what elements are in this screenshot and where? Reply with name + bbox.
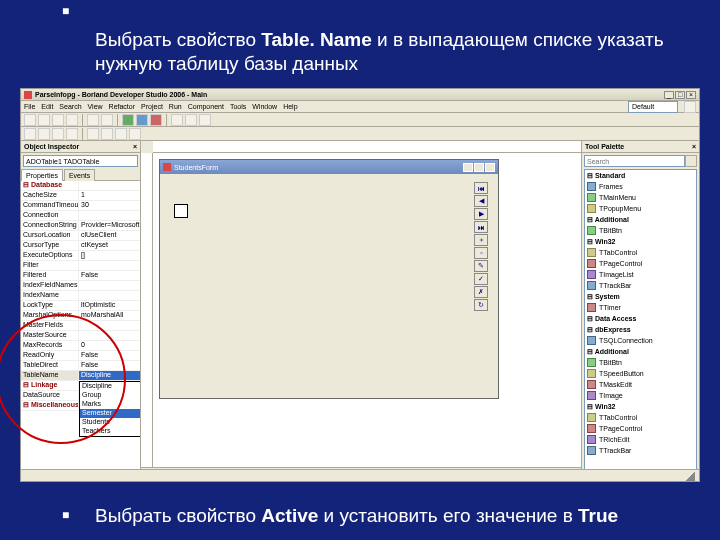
palette-item[interactable]: TPopupMenu — [585, 203, 696, 214]
new-icon[interactable] — [24, 114, 36, 126]
property-row[interactable]: LockTypeltOptimistic — [21, 301, 140, 311]
palette-category[interactable]: ⊟ Standard — [585, 170, 696, 181]
palette-item[interactable]: TRichEdit — [585, 434, 696, 445]
property-row[interactable]: CacheSize1 — [21, 191, 140, 201]
palette-item[interactable]: TBitBtn — [585, 225, 696, 236]
palette-category[interactable]: ⊟ Additional — [585, 346, 696, 357]
menu-help[interactable]: Help — [283, 103, 297, 110]
menu-window[interactable]: Window — [252, 103, 277, 110]
property-row[interactable]: TableDirectFalse — [21, 361, 140, 371]
saveall-icon[interactable] — [66, 114, 78, 126]
menu-edit[interactable]: Edit — [41, 103, 53, 110]
menu-file[interactable]: File — [24, 103, 35, 110]
tool-icon[interactable] — [684, 101, 696, 113]
palette-item[interactable]: TImageList — [585, 269, 696, 280]
property-row[interactable]: IndexFieldNames — [21, 281, 140, 291]
palette-item[interactable]: TBitBtn — [585, 357, 696, 368]
palette-category[interactable]: ⊟ System — [585, 291, 696, 302]
palette-category[interactable]: ⊟ Win32 — [585, 401, 696, 412]
step-icon[interactable] — [185, 114, 197, 126]
palette-item[interactable]: Frames — [585, 181, 696, 192]
palette-item[interactable]: TTimer — [585, 302, 696, 313]
titlebar[interactable]: ParseInfopg - Borland Developer Studio 2… — [21, 89, 699, 101]
form-window[interactable]: StudentsForm ⏮◀▶⏭＋－✎✓✗↻ — [159, 159, 499, 399]
align-icon[interactable] — [24, 128, 36, 140]
open-icon[interactable] — [38, 114, 50, 126]
nav-button[interactable]: ↻ — [474, 299, 488, 311]
min-button[interactable]: _ — [664, 91, 674, 99]
align-icon[interactable] — [129, 128, 141, 140]
property-row[interactable]: CursorLocationclUseClient — [21, 231, 140, 241]
property-row[interactable]: IndexName — [21, 291, 140, 301]
dropdown-item[interactable]: Discipline — [80, 382, 140, 391]
nav-button[interactable]: ◀ — [474, 195, 488, 207]
property-row[interactable]: CommandTimeout30 — [21, 201, 140, 211]
nav-button[interactable]: － — [474, 247, 488, 259]
dropdown-item[interactable]: Teachers — [80, 427, 140, 436]
menu-run[interactable]: Run — [169, 103, 182, 110]
menubar[interactable]: File Edit Search View Refactor Project R… — [21, 101, 699, 113]
nav-button[interactable]: ＋ — [474, 234, 488, 246]
tab-properties[interactable]: Properties — [21, 169, 63, 181]
palette-tree[interactable]: ⊟ StandardFramesTMainMenuTPopupMenu⊟ Add… — [584, 169, 697, 479]
dbnavigator[interactable]: ⏮◀▶⏭＋－✎✓✗↻ — [474, 182, 488, 312]
form-close[interactable] — [485, 163, 495, 172]
property-row[interactable]: MasterFields — [21, 321, 140, 331]
layout-combo[interactable]: Default — [628, 101, 678, 113]
palette-item[interactable]: TMainMenu — [585, 192, 696, 203]
step-icon[interactable] — [199, 114, 211, 126]
palette-item[interactable]: TTrackBar — [585, 280, 696, 291]
close-icon[interactable]: × — [133, 143, 137, 150]
align-icon[interactable] — [52, 128, 64, 140]
redo-icon[interactable] — [101, 114, 113, 126]
save-icon[interactable] — [52, 114, 64, 126]
palette-item[interactable]: TPageControl — [585, 258, 696, 269]
search-icon[interactable] — [685, 155, 697, 167]
menu-component[interactable]: Component — [188, 103, 224, 110]
run-icon[interactable] — [122, 114, 134, 126]
stop-icon[interactable] — [150, 114, 162, 126]
nav-button[interactable]: ✎ — [474, 260, 488, 272]
align-icon[interactable] — [101, 128, 113, 140]
nav-button[interactable]: ✓ — [474, 273, 488, 285]
property-row[interactable]: FilteredFalse — [21, 271, 140, 281]
dropdown-item[interactable]: Marks — [80, 400, 140, 409]
max-button[interactable]: □ — [675, 91, 685, 99]
property-row[interactable]: Filter — [21, 261, 140, 271]
resize-grip[interactable] — [685, 471, 695, 481]
dropdown-item[interactable]: Students — [80, 418, 140, 427]
form-designer[interactable]: StudentsForm ⏮◀▶⏭＋－✎✓✗↻ — [153, 153, 581, 467]
form-body[interactable]: ⏮◀▶⏭＋－✎✓✗↻ — [160, 174, 498, 398]
menu-refactor[interactable]: Refactor — [109, 103, 135, 110]
tablename-dropdown[interactable]: DisciplineGroupMarksSemesterStudentsTeac… — [79, 381, 140, 437]
menu-view[interactable]: View — [88, 103, 103, 110]
nav-button[interactable]: ⏭ — [474, 221, 488, 233]
dropdown-item[interactable]: Group — [80, 391, 140, 400]
palette-item[interactable]: TSQLConnection — [585, 335, 696, 346]
property-row[interactable]: ⊟ Database — [21, 181, 140, 191]
property-row[interactable]: CursorTypectKeyset — [21, 241, 140, 251]
property-row[interactable]: ConnectionStringProvider=Microsoft.OLE.D… — [21, 221, 140, 231]
menu-search[interactable]: Search — [59, 103, 81, 110]
palette-item[interactable]: TTrackBar — [585, 445, 696, 456]
property-row[interactable]: MaxRecords0 — [21, 341, 140, 351]
close-icon[interactable]: × — [692, 143, 696, 150]
property-row[interactable]: ReadOnlyFalse — [21, 351, 140, 361]
menu-project[interactable]: Project — [141, 103, 163, 110]
palette-category[interactable]: ⊟ Data Access — [585, 313, 696, 324]
search-input[interactable] — [584, 155, 685, 167]
form-max[interactable] — [474, 163, 484, 172]
step-icon[interactable] — [171, 114, 183, 126]
nav-button[interactable]: ✗ — [474, 286, 488, 298]
undo-icon[interactable] — [87, 114, 99, 126]
form-titlebar[interactable]: StudentsForm — [160, 160, 498, 174]
palette-item[interactable]: TSpeedButton — [585, 368, 696, 379]
form-min[interactable] — [463, 163, 473, 172]
align-icon[interactable] — [66, 128, 78, 140]
palette-category[interactable]: ⊟ dbExpress — [585, 324, 696, 335]
palette-item[interactable]: TTabControl — [585, 412, 696, 423]
property-row[interactable]: Connection — [21, 211, 140, 221]
tab-events[interactable]: Events — [64, 169, 95, 181]
palette-item[interactable]: TImage — [585, 390, 696, 401]
nav-button[interactable]: ▶ — [474, 208, 488, 220]
